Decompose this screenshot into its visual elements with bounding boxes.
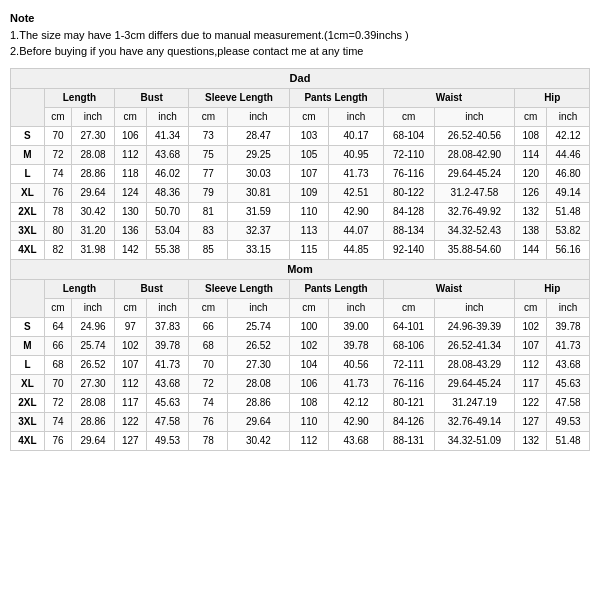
data-cell: 29.64-45.24 <box>434 164 515 183</box>
data-cell: 83 <box>189 221 228 240</box>
data-cell: 144 <box>515 240 547 259</box>
size-cell: S <box>11 126 45 145</box>
data-cell: 27.30 <box>72 375 115 394</box>
data-cell: 104 <box>289 356 329 375</box>
data-cell: 28.86 <box>72 413 115 432</box>
data-cell: 27.30 <box>228 356 289 375</box>
note-title: Note <box>10 12 34 24</box>
data-cell: 132 <box>515 432 547 451</box>
data-cell: 31.247.19 <box>434 394 515 413</box>
data-cell: 78 <box>189 432 228 451</box>
data-cell: 43.68 <box>146 375 189 394</box>
data-cell: 41.73 <box>146 356 189 375</box>
data-cell: 39.00 <box>329 318 383 337</box>
data-cell: 64 <box>44 318 71 337</box>
data-cell: 32.76-49.14 <box>434 413 515 432</box>
note-line2: 2.Before buying if you have any question… <box>10 45 363 57</box>
data-cell: 40.17 <box>329 126 383 145</box>
data-cell: 41.34 <box>146 126 189 145</box>
data-cell: 106 <box>289 375 329 394</box>
data-cell: 51.48 <box>547 202 590 221</box>
data-cell: 32.37 <box>228 221 289 240</box>
data-cell: 30.42 <box>228 432 289 451</box>
size-header <box>11 280 45 318</box>
data-cell: 88-134 <box>383 221 434 240</box>
data-cell: 97 <box>114 318 146 337</box>
size-header <box>11 88 45 126</box>
data-cell: 117 <box>114 394 146 413</box>
data-cell: 49.14 <box>547 183 590 202</box>
data-cell: 43.68 <box>146 145 189 164</box>
data-cell: 76 <box>44 183 71 202</box>
data-cell: 138 <box>515 221 547 240</box>
sub-header-2: cm <box>114 107 146 126</box>
table-row: M7228.0811243.687529.2510540.9572-11028.… <box>11 145 590 164</box>
data-cell: 102 <box>289 337 329 356</box>
sub-header-8: cm <box>383 107 434 126</box>
size-cell: L <box>11 164 45 183</box>
data-cell: 72-111 <box>383 356 434 375</box>
size-cell: 2XL <box>11 394 45 413</box>
data-cell: 44.85 <box>329 240 383 259</box>
data-cell: 41.73 <box>329 164 383 183</box>
data-cell: 30.42 <box>72 202 115 221</box>
data-cell: 28.08 <box>72 394 115 413</box>
col-header-bust: Bust <box>114 88 189 107</box>
col-header-length: Length <box>44 88 114 107</box>
size-cell: 3XL <box>11 413 45 432</box>
data-cell: 122 <box>114 413 146 432</box>
data-cell: 31.59 <box>228 202 289 221</box>
section-label-dad: Dad <box>11 68 590 88</box>
data-cell: 80-121 <box>383 394 434 413</box>
data-cell: 88-131 <box>383 432 434 451</box>
size-table: DadLengthBustSleeve LengthPants LengthWa… <box>10 68 590 452</box>
data-cell: 78 <box>44 202 71 221</box>
size-cell: 4XL <box>11 240 45 259</box>
data-cell: 92-140 <box>383 240 434 259</box>
data-cell: 74 <box>44 164 71 183</box>
data-cell: 28.47 <box>228 126 289 145</box>
sub-header-2: cm <box>114 299 146 318</box>
data-cell: 43.68 <box>329 432 383 451</box>
data-cell: 102 <box>515 318 547 337</box>
data-cell: 68-104 <box>383 126 434 145</box>
data-cell: 29.25 <box>228 145 289 164</box>
data-cell: 55.38 <box>146 240 189 259</box>
table-row: M6625.7410239.786826.5210239.7868-10626.… <box>11 337 590 356</box>
size-cell: 3XL <box>11 221 45 240</box>
data-cell: 127 <box>114 432 146 451</box>
data-cell: 31.20 <box>72 221 115 240</box>
data-cell: 118 <box>114 164 146 183</box>
table-row: 3XL8031.2013653.048332.3711344.0788-1343… <box>11 221 590 240</box>
data-cell: 72 <box>44 145 71 164</box>
data-cell: 47.58 <box>547 394 590 413</box>
data-cell: 114 <box>515 145 547 164</box>
size-cell: XL <box>11 375 45 394</box>
data-cell: 33.15 <box>228 240 289 259</box>
data-cell: 42.12 <box>547 126 590 145</box>
sub-header-7: inch <box>329 299 383 318</box>
data-cell: 76-116 <box>383 164 434 183</box>
data-cell: 28.08 <box>228 375 289 394</box>
data-cell: 30.81 <box>228 183 289 202</box>
data-cell: 29.64-45.24 <box>434 375 515 394</box>
table-row: XL7027.3011243.687228.0810641.7376-11629… <box>11 375 590 394</box>
col-header-bust: Bust <box>114 280 189 299</box>
table-row: 3XL7428.8612247.587629.6411042.9084-1263… <box>11 413 590 432</box>
section-label-mom: Mom <box>11 259 590 279</box>
data-cell: 112 <box>114 375 146 394</box>
data-cell: 34.32-52.43 <box>434 221 515 240</box>
data-cell: 109 <box>289 183 329 202</box>
table-row: L7428.8611846.027730.0310741.7376-11629.… <box>11 164 590 183</box>
data-cell: 42.90 <box>329 202 383 221</box>
size-cell: L <box>11 356 45 375</box>
data-cell: 39.78 <box>329 337 383 356</box>
data-cell: 132 <box>515 202 547 221</box>
data-cell: 113 <box>289 221 329 240</box>
table-row: 2XL7830.4213050.708131.5911042.9084-1283… <box>11 202 590 221</box>
data-cell: 108 <box>515 126 547 145</box>
data-cell: 53.82 <box>547 221 590 240</box>
sub-header-6: cm <box>289 107 329 126</box>
data-cell: 82 <box>44 240 71 259</box>
data-cell: 28.86 <box>72 164 115 183</box>
